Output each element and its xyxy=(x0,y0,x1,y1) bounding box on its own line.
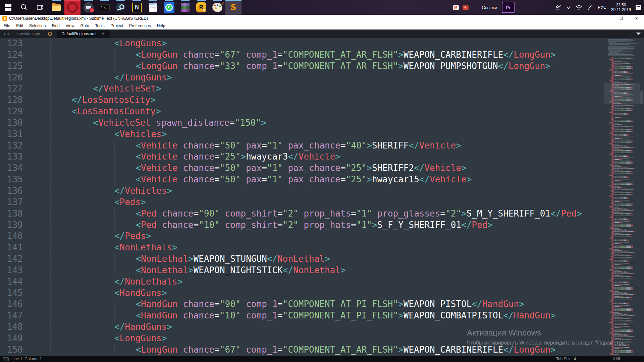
taskbar-whatsapp[interactable] xyxy=(161,0,177,15)
indent-guide xyxy=(50,321,72,333)
syntax-setting[interactable]: XML xyxy=(613,357,621,361)
taskbar-rockstar[interactable]: R★ xyxy=(193,0,209,15)
line-number: 147 xyxy=(0,310,23,321)
restore-button[interactable]: ❐ xyxy=(614,15,629,22)
code-line[interactable]: 135<Vehicle chance="50" pax="1" pax_chan… xyxy=(0,174,600,185)
menu-item-help[interactable]: Help xyxy=(154,23,168,28)
taskbar-explorer[interactable] xyxy=(48,0,64,15)
menu-item-preferences[interactable]: Preferences xyxy=(126,23,154,28)
search-button[interactable] xyxy=(16,0,32,15)
window-titlebar[interactable]: S C:\Users\user\Desktop\DefaultRegions.x… xyxy=(0,15,644,22)
code-line[interactable]: 130<VehicleSet spawn_distance="150"> xyxy=(0,117,600,129)
indent-guide xyxy=(50,333,72,344)
youtube-icon[interactable] xyxy=(463,5,469,10)
system-tray: РУС 23:50 29.11.2019 xyxy=(555,3,644,12)
code-line[interactable]: 146<HandGun chance="90" comp_1="COMPONEN… xyxy=(0,299,600,310)
code-line[interactable]: 127</VehicleSet> xyxy=(0,83,600,95)
indent-guide xyxy=(50,276,72,288)
code-line[interactable]: 132<Vehicle chance="50" pax="1" pax_chan… xyxy=(0,140,600,152)
close-button[interactable]: ✕ xyxy=(629,15,644,22)
menu-item-file[interactable]: File xyxy=(1,23,13,28)
line-number: 131 xyxy=(0,129,23,140)
paint-icon xyxy=(212,3,222,12)
minimap-viewport[interactable] xyxy=(604,83,640,104)
taskbar-opera[interactable] xyxy=(64,0,80,15)
tab-size-setting[interactable]: Tab Size: 4 xyxy=(556,357,576,361)
indent-guide xyxy=(72,242,93,253)
code-line[interactable]: 131<Vehicles> xyxy=(0,129,600,140)
taskbar-sublime[interactable]: S xyxy=(225,0,241,15)
wifi-icon[interactable] xyxy=(576,5,582,10)
task-view-icon xyxy=(37,4,44,11)
editor[interactable]: 123<LongGuns>124<LongGun chance="67" com… xyxy=(0,38,644,356)
code-line[interactable]: 147<HandGun chance="10" comp_1="COMPONEN… xyxy=(0,310,600,321)
scrollbar-thumb[interactable] xyxy=(640,91,643,104)
code-line[interactable]: 141<NonLethals> xyxy=(0,242,600,253)
taskbar-paint[interactable] xyxy=(209,0,225,15)
tray-time: 23:50 xyxy=(611,3,631,7)
minimize-button[interactable]: — xyxy=(599,15,614,22)
gmail-icon[interactable]: M xyxy=(453,5,459,10)
task-view-button[interactable] xyxy=(32,0,48,15)
action-center-icon[interactable] xyxy=(636,5,641,10)
code-line[interactable]: 134<Vehicle chance="50" pax="1" pax_chan… xyxy=(0,163,600,174)
scrollbar[interactable] xyxy=(640,38,644,356)
code-line[interactable]: 125<LongGun chance="33" comp_1="COMPONEN… xyxy=(0,61,600,72)
taskbar-notepad[interactable] xyxy=(145,0,161,15)
tab-nav-back-icon[interactable]: ◄ xyxy=(3,32,6,36)
code-line[interactable]: 145<HandGuns> xyxy=(0,288,600,299)
code-line[interactable]: 129<LosSantosCounty> xyxy=(0,106,600,117)
taskbar-notepadpp[interactable]: N xyxy=(129,0,145,15)
code-text: <NonLethal>WEAPON_NIGHTSTICK</NonLethal> xyxy=(136,265,345,276)
code-line[interactable]: 128</LosSantosCity> xyxy=(0,95,600,106)
steam-icon xyxy=(116,3,126,12)
code-line[interactable]: 139<Ped chance="10" comp_shirt="2" prop_… xyxy=(0,220,600,231)
code-line[interactable]: 136</Vehicles> xyxy=(0,185,600,197)
code-line[interactable]: 133<Vehicle chance="25">hwaycar3</Vehicl… xyxy=(0,151,600,163)
menu-item-goto[interactable]: Goto xyxy=(77,23,92,28)
code-line[interactable]: 124<LongGun chance="67" comp_1="COMPONEN… xyxy=(0,49,600,61)
taskbar-winrar[interactable] xyxy=(177,0,193,15)
indent-guide xyxy=(72,344,93,356)
line-number: 133 xyxy=(0,151,23,163)
tab-close-icon[interactable]: ✕ xyxy=(102,32,105,36)
tray-chevron-icon[interactable] xyxy=(566,6,571,9)
tray-clock[interactable]: 23:50 29.11.2019 xyxy=(611,3,631,12)
menu-item-selection[interactable]: Selection xyxy=(26,23,49,28)
code-line[interactable]: 137<Peds> xyxy=(0,197,600,208)
people-icon[interactable] xyxy=(555,4,561,10)
tab-nav-forward-icon[interactable]: ► xyxy=(7,32,10,36)
keyboard-layout[interactable]: РУС xyxy=(598,5,606,10)
code-line[interactable]: 126</LongGuns> xyxy=(0,72,600,83)
line-number: 143 xyxy=(0,265,23,276)
menu-item-edit[interactable]: Edit xyxy=(13,23,26,28)
code-line[interactable]: 138<Ped chance="90" comp_shirt="2" prop_… xyxy=(0,208,600,220)
indent-guide xyxy=(72,140,93,152)
tab-questions.py[interactable]: questions.py xyxy=(13,29,57,38)
tab-overflow-icon[interactable] xyxy=(636,33,641,35)
code-line[interactable]: 144</NonLethals> xyxy=(0,276,600,288)
code-line[interactable]: 143<NonLethal>WEAPON_NIGHTSTICK</NonLeth… xyxy=(0,265,600,276)
tab-DefaultRegions.xml[interactable]: DefaultRegions.xml✕ xyxy=(57,29,109,38)
indent-guide xyxy=(72,151,93,163)
menu-item-project[interactable]: Project xyxy=(108,23,126,28)
start-button[interactable] xyxy=(0,0,16,15)
code-line[interactable]: 142<NonLethal>WEAPON_STUNGUN</NonLethal> xyxy=(0,253,600,265)
taskbar-steam[interactable] xyxy=(113,0,129,15)
links-toolbar-label[interactable]: Ссылки xyxy=(482,5,497,10)
indent-guide xyxy=(93,163,114,174)
taskbar-cmd[interactable]: C:\_ xyxy=(97,0,113,15)
notepad-icon xyxy=(149,3,157,12)
indent-guide xyxy=(72,220,93,231)
menu-item-find[interactable]: Find xyxy=(49,23,62,28)
code-line[interactable]: 140</Peds> xyxy=(0,231,600,242)
premiere-icon[interactable]: Pr xyxy=(502,2,515,13)
menu-item-tools[interactable]: Tools xyxy=(92,23,108,28)
discord-icon xyxy=(84,2,94,12)
code-lines[interactable]: 123<LongGuns>124<LongGun chance="67" com… xyxy=(0,38,600,356)
pen-icon[interactable] xyxy=(587,4,593,10)
taskbar-discord[interactable] xyxy=(80,0,97,15)
menu-item-view[interactable]: View xyxy=(63,23,77,28)
code-line[interactable]: 123<LongGuns> xyxy=(0,38,600,49)
minimap[interactable] xyxy=(606,38,639,356)
